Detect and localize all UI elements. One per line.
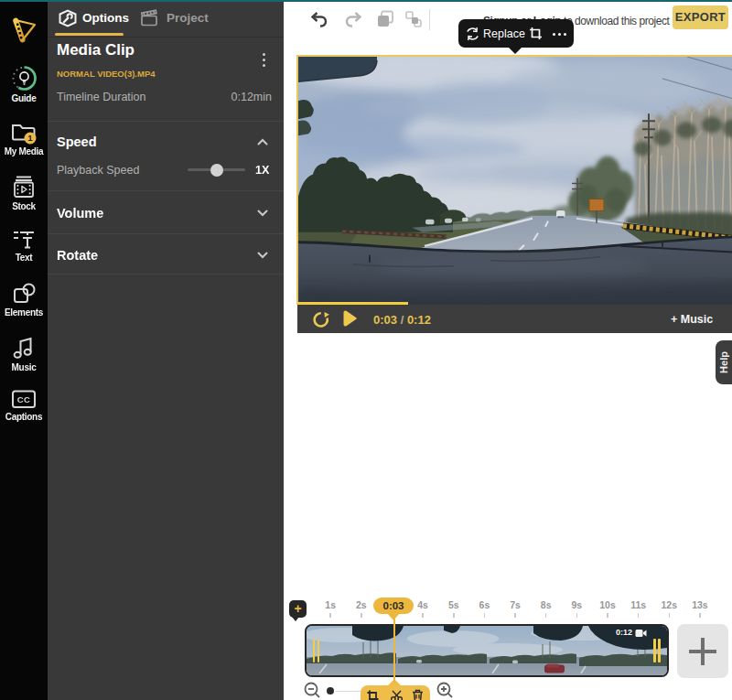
svg-text:1: 1 xyxy=(27,133,33,143)
svg-text:CC: CC xyxy=(17,394,31,404)
